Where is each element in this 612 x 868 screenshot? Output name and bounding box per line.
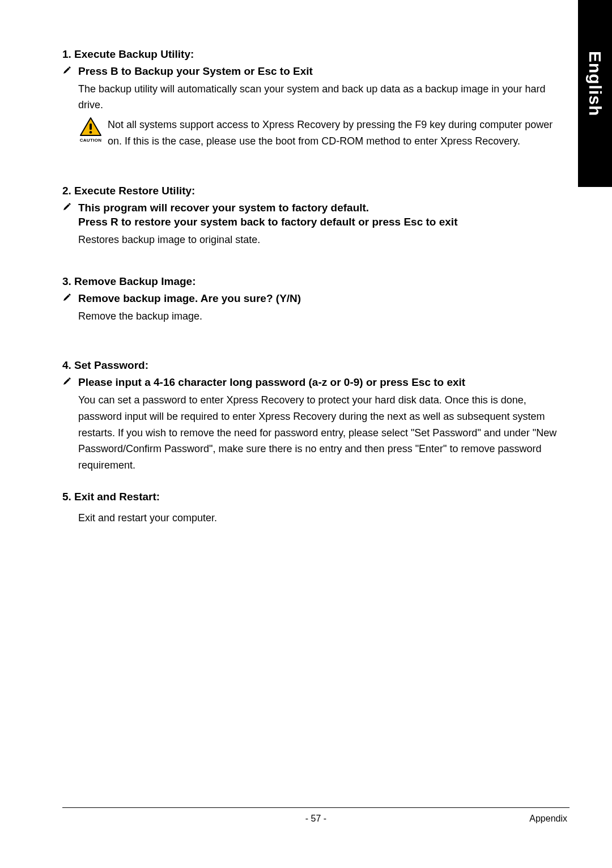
pencil-icon — [62, 375, 73, 388]
section-3-heading: 3. Remove Backup Image: — [62, 275, 561, 288]
svg-rect-0 — [90, 124, 92, 130]
page-number: - 57 - — [62, 814, 570, 824]
section-4-body: You can set a password to enter Xpress R… — [78, 392, 561, 474]
section-2-bullet: This program will recover your system to… — [62, 201, 561, 229]
content-area: 1. Execute Backup Utility: Press B to Ba… — [62, 48, 561, 526]
section-1-heading: 1. Execute Backup Utility: — [62, 48, 561, 61]
page: English 1. Execute Backup Utility: Press… — [0, 0, 612, 868]
caution-icon — [79, 117, 102, 137]
section-2-bullet-line1: This program will recover your system to… — [78, 201, 457, 215]
section-4-bullet-label: Please input a 4-16 character long passw… — [78, 375, 465, 390]
caution-text: Not all systems support access to Xpress… — [108, 117, 561, 150]
caution-block: CAUTION Not all systems support access t… — [78, 117, 561, 150]
section-1-body: The backup utility will automatically sc… — [78, 81, 561, 114]
section-3-bullet-label: Remove backup image. Are you sure? (Y/N) — [78, 291, 301, 306]
pencil-icon — [62, 201, 73, 214]
section-5-body: Exit and restart your computer. — [78, 510, 561, 526]
section-5-heading: 5. Exit and Restart: — [62, 491, 561, 503]
section-4-bullet: Please input a 4-16 character long passw… — [62, 375, 561, 390]
caution-icon-column: CAUTION — [78, 117, 103, 143]
section-3-body: Remove the backup image. — [78, 308, 561, 325]
section-1-bullet-label: Press B to Backup your System or Esc to … — [78, 64, 313, 79]
section-2-heading: 2. Execute Restore Utility: — [62, 185, 561, 197]
footer-divider — [62, 807, 570, 808]
section-1-bullet: Press B to Backup your System or Esc to … — [62, 64, 561, 79]
caution-label: CAUTION — [80, 138, 102, 143]
language-tab: English — [578, 0, 612, 187]
footer: - 57 - Appendix — [62, 807, 570, 824]
svg-point-1 — [90, 131, 92, 134]
section-2-body: Restores backup image to original state. — [78, 232, 561, 248]
section-3-bullet: Remove backup image. Are you sure? (Y/N) — [62, 291, 561, 306]
section-2-bullet-line2: Press R to restore your system back to f… — [78, 215, 457, 229]
language-tab-label: English — [585, 51, 605, 116]
section-4-heading: 4. Set Password: — [62, 359, 561, 372]
pencil-icon — [62, 291, 73, 304]
pencil-icon — [62, 64, 73, 77]
